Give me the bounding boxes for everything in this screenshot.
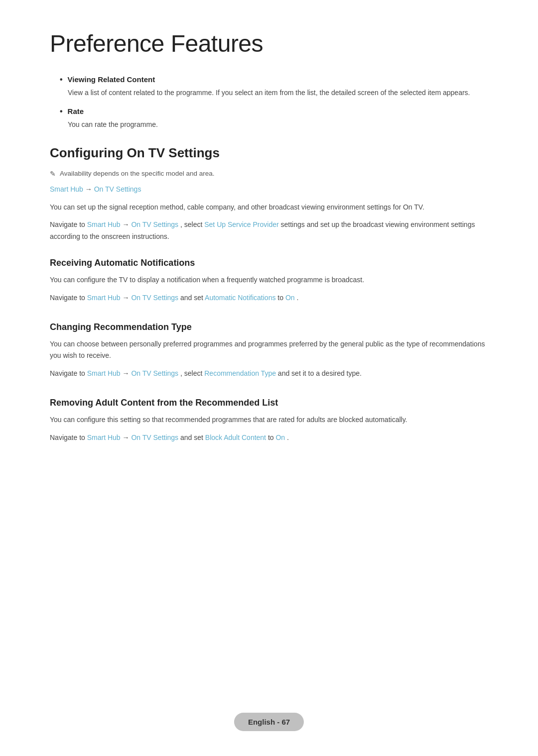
page-container: Preference Features • Viewing Related Co… (0, 0, 538, 512)
removing-middle2: to (268, 433, 276, 441)
bullet-title-text: Viewing Related Content (68, 75, 155, 84)
configuring-ontvSettings-link[interactable]: On TV Settings (131, 220, 178, 228)
removing-blockAdult-link[interactable]: Block Adult Content (205, 433, 266, 441)
breadcrumb-ontvSettings-link[interactable]: On TV Settings (94, 185, 141, 193)
bullet-section: • Viewing Related Content View a list of… (50, 75, 488, 130)
removing-para1: You can configure this setting so that r… (50, 414, 488, 426)
breadcrumb-smarthub-link[interactable]: Smart Hub (50, 185, 83, 193)
bullet-item-viewing: • Viewing Related Content View a list of… (60, 75, 488, 98)
configuring-section: Configuring On TV Settings ✎ Availabilit… (50, 145, 488, 243)
note-icon: ✎ (50, 170, 56, 178)
removing-heading: Removing Adult Content from the Recommen… (50, 398, 488, 408)
configuring-serviceProvider-link[interactable]: Set Up Service Provider (204, 220, 278, 228)
receiving-heading: Receiving Automatic Notifications (50, 258, 488, 268)
changing-suffix: and set it to a desired type. (278, 369, 362, 377)
bullet-item-rate: • Rate You can rate the programme. (60, 107, 488, 130)
breadcrumb-arrow: → (85, 185, 94, 193)
configuring-smarthub-link[interactable]: Smart Hub (87, 220, 121, 228)
configuring-heading: Configuring On TV Settings (50, 145, 488, 161)
configuring-para2-prefix: Navigate to (50, 220, 87, 228)
changing-para1: You can choose between personally prefer… (50, 338, 488, 362)
receiving-middle2: to (277, 294, 285, 302)
removing-arrow: → (123, 433, 132, 441)
receiving-autoNotif-link[interactable]: Automatic Notifications (205, 294, 275, 302)
changing-recType-link[interactable]: Recommendation Type (204, 369, 276, 377)
receiving-section: Receiving Automatic Notifications You ca… (50, 258, 488, 304)
removing-para2: Navigate to Smart Hub → On TV Settings a… (50, 432, 488, 444)
breadcrumb-link: Smart Hub → On TV Settings (50, 184, 488, 196)
changing-middle: , select (180, 369, 204, 377)
changing-smarthub-link[interactable]: Smart Hub (87, 369, 121, 377)
changing-section: Changing Recommendation Type You can cho… (50, 322, 488, 380)
configuring-arrow: → (123, 220, 132, 228)
removing-ontvSettings-link[interactable]: On TV Settings (131, 433, 178, 441)
bullet-item-text-viewing: View a list of content related to the pr… (68, 87, 488, 98)
configuring-middle: , select (180, 220, 204, 228)
note-text: Availability depends on the specific mod… (60, 170, 214, 177)
receiving-arrow: → (123, 294, 132, 302)
removing-smarthub-link[interactable]: Smart Hub (87, 433, 121, 441)
changing-ontvSettings-link[interactable]: On TV Settings (131, 369, 178, 377)
removing-on-link[interactable]: On (275, 433, 285, 441)
bullet-item-title-viewing: • Viewing Related Content (60, 75, 488, 84)
configuring-para1: You can set up the signal reception meth… (50, 202, 488, 214)
bullet-dot-rate: • (60, 107, 63, 116)
receiving-on-link[interactable]: On (285, 294, 295, 302)
removing-suffix: . (287, 433, 289, 441)
note-row: ✎ Availability depends on the specific m… (50, 170, 488, 178)
bullet-item-text-rate: You can rate the programme. (68, 119, 488, 130)
removing-prefix: Navigate to (50, 433, 87, 441)
receiving-middle: and set (180, 294, 205, 302)
receiving-ontvSettings-link[interactable]: On TV Settings (131, 294, 178, 302)
changing-arrow: → (123, 369, 132, 377)
changing-prefix: Navigate to (50, 369, 87, 377)
footer-label: English - 67 (234, 713, 304, 731)
receiving-para2: Navigate to Smart Hub → On TV Settings a… (50, 292, 488, 304)
bullet-dot: • (60, 75, 63, 84)
receiving-smarthub-link[interactable]: Smart Hub (87, 294, 121, 302)
receiving-prefix: Navigate to (50, 294, 87, 302)
receiving-para1: You can configure the TV to display a no… (50, 274, 488, 286)
changing-heading: Changing Recommendation Type (50, 322, 488, 332)
bullet-item-title-rate: • Rate (60, 107, 488, 116)
removing-middle: and set (180, 433, 205, 441)
page-title: Preference Features (50, 30, 488, 57)
changing-para2: Navigate to Smart Hub → On TV Settings ,… (50, 368, 488, 380)
receiving-suffix: . (297, 294, 299, 302)
configuring-para2: Navigate to Smart Hub → On TV Settings ,… (50, 219, 488, 243)
bullet-title-text-rate: Rate (68, 107, 84, 115)
removing-section: Removing Adult Content from the Recommen… (50, 398, 488, 444)
